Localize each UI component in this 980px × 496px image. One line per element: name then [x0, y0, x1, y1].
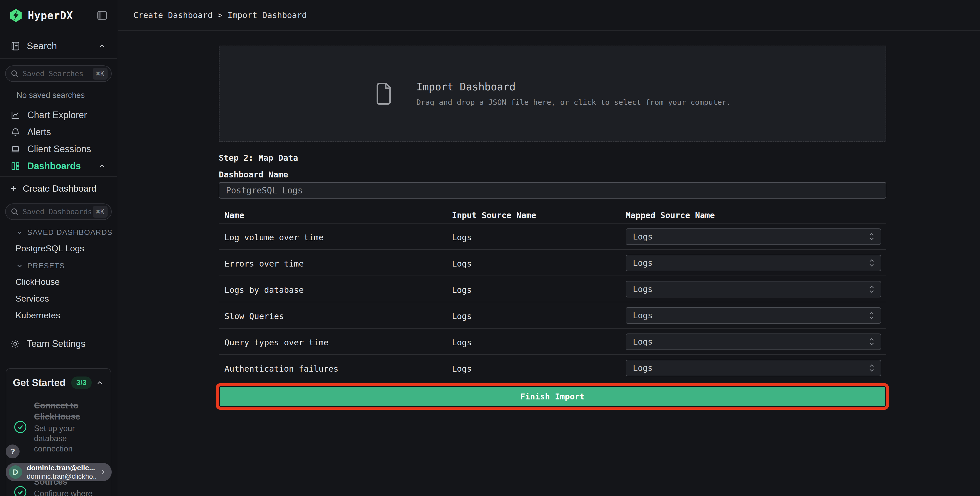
sidebar-item-chart-explorer[interactable]: Chart Explorer [0, 107, 117, 124]
app-title: HyperDX [28, 10, 73, 21]
mapped-source-select[interactable]: Logs [625, 307, 881, 324]
sidebar-item-label: Dashboards [27, 161, 81, 172]
file-icon [374, 82, 393, 105]
column-header-input-source: Input Source Name [452, 211, 536, 220]
saved-searches-search[interactable]: ⌘K [5, 65, 112, 82]
sidebar-header: HyperDX [0, 0, 117, 31]
profile-name: dominic.tran@clic... [27, 464, 96, 472]
no-saved-searches-text: No saved searches [16, 91, 117, 100]
select-value: Logs [633, 363, 868, 373]
mapped-source-select[interactable]: Logs [625, 360, 881, 376]
journal-icon [10, 41, 21, 51]
select-chevrons-icon [868, 364, 875, 372]
select-value: Logs [633, 258, 868, 268]
row-name: Authentication failures [224, 364, 339, 374]
mapped-source-select[interactable]: Logs [625, 281, 881, 297]
row-input-source: Logs [452, 338, 472, 348]
sidebar-item-label: Chart Explorer [27, 110, 87, 121]
sidebar-item-label: Client Sessions [27, 144, 91, 155]
chart-icon [10, 110, 21, 120]
column-header-name: Name [224, 211, 244, 220]
divider [0, 58, 117, 59]
table-row: Query types over time Logs Logs [219, 329, 886, 355]
saved-searches-input[interactable] [23, 70, 93, 78]
row-name: Logs by database [224, 285, 304, 295]
mapped-source-select[interactable]: Logs [625, 255, 881, 271]
create-dashboard-label: Create Dashboard [23, 183, 97, 194]
preset-kubernetes[interactable]: Kubernetes [16, 310, 117, 321]
get-started-progress-badge: 3/3 [71, 376, 92, 389]
finish-import-button[interactable]: Finish Import [220, 387, 885, 406]
dashboard-name-input[interactable] [219, 182, 886, 199]
create-dashboard-button[interactable]: + Create Dashboard [0, 180, 117, 197]
chevron-down-icon [16, 262, 23, 270]
check-circle-icon [13, 419, 28, 434]
mapped-source-select[interactable]: Logs [625, 333, 881, 350]
dashboard-grid-icon [10, 161, 21, 171]
row-input-source: Logs [452, 233, 472, 242]
collapse-sidebar-icon[interactable] [96, 10, 108, 21]
chevron-down-icon [16, 229, 23, 236]
group-header-label: SAVED DASHBOARDS [27, 228, 113, 237]
plus-icon: + [10, 183, 17, 194]
get-started-item-title: Connect to ClickHouse [34, 400, 104, 423]
mapped-source-select[interactable]: Logs [625, 228, 881, 245]
group-header-label: PRESETS [27, 262, 65, 270]
json-dropzone[interactable]: Import Dashboard Drag and drop a JSON fi… [219, 46, 886, 142]
get-started-item-subtitle: Configure where your data comes from [34, 488, 104, 496]
dropzone-subtitle: Drag and drop a JSON file here, or click… [417, 98, 731, 107]
row-input-source: Logs [452, 311, 472, 321]
shortcut-badge: ⌘K [93, 68, 108, 80]
main-area: Create Dashboard > Import Dashboard Impo… [118, 0, 980, 496]
saved-dashboards-search[interactable]: ⌘K [5, 203, 112, 220]
team-settings-button[interactable]: Team Settings [0, 335, 117, 352]
dashboard-name-label: Dashboard Name [219, 170, 288, 180]
top-bar: Create Dashboard > Import Dashboard [118, 0, 980, 31]
laptop-icon [10, 144, 21, 154]
sidebar-item-alerts[interactable]: Alerts [0, 124, 117, 140]
get-started-item-connect[interactable]: Connect to ClickHouse Set up your databa… [13, 400, 104, 454]
chevron-up-icon[interactable] [96, 379, 104, 387]
table-row: Logs by database Logs Logs [219, 276, 886, 302]
search-icon [10, 69, 19, 78]
user-profile-button[interactable]: D dominic.tran@clic... dominic.tran@clic… [6, 463, 112, 481]
app-logo[interactable]: HyperDX [9, 8, 73, 23]
row-input-source: Logs [452, 364, 472, 374]
saved-dashboards-group-header[interactable]: SAVED DASHBOARDS [16, 228, 117, 237]
presets-group-header[interactable]: PRESETS [16, 262, 117, 270]
preset-clickhouse[interactable]: ClickHouse [16, 277, 117, 287]
profile-email: dominic.tran@clickho... [27, 472, 96, 480]
row-name: Query types over time [224, 338, 329, 348]
get-started-header[interactable]: Get Started 3/3 [13, 376, 104, 389]
import-dashboard-page: Import Dashboard Drag and drop a JSON fi… [118, 31, 980, 496]
search-section-header[interactable]: Search [0, 31, 117, 54]
sidebar-item-dashboards[interactable]: Dashboards [0, 158, 117, 175]
preset-services[interactable]: Services [16, 293, 117, 304]
team-settings-label: Team Settings [27, 338, 86, 349]
chevron-right-icon [99, 468, 107, 476]
select-value: Logs [633, 232, 868, 242]
sidebar-nav: Chart Explorer Alerts Client Sessions Da… [0, 107, 117, 175]
divider [0, 176, 117, 177]
sidebar-item-client-sessions[interactable]: Client Sessions [0, 140, 117, 158]
sidebar-item-label: Alerts [27, 127, 51, 137]
select-value: Logs [633, 311, 868, 321]
search-icon [10, 207, 19, 216]
row-input-source: Logs [452, 259, 472, 269]
select-chevrons-icon [868, 232, 875, 241]
saved-dashboard-postgresql-logs[interactable]: PostgreSQL Logs [16, 243, 117, 254]
saved-dashboards-input[interactable] [23, 207, 93, 216]
chevron-up-icon[interactable] [98, 162, 107, 171]
row-name: Slow Queries [224, 311, 284, 321]
select-chevrons-icon [868, 285, 875, 293]
gear-icon [10, 338, 21, 349]
column-header-mapped-source: Mapped Source Name [625, 211, 715, 220]
help-button[interactable]: ? [6, 445, 19, 458]
step-label: Step 2: Map Data [219, 153, 298, 163]
chevron-up-icon[interactable] [98, 42, 107, 51]
bell-icon [10, 127, 21, 137]
select-chevrons-icon [868, 337, 875, 346]
hyperdx-logo-icon [9, 8, 23, 23]
avatar: D [9, 465, 22, 479]
row-name: Log volume over time [224, 233, 323, 242]
